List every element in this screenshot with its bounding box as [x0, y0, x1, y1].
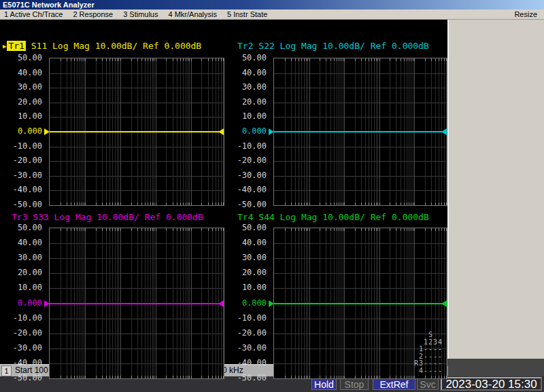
status-extref: ExtRef [373, 378, 415, 390]
y-axis-label: -40.00 [1, 357, 42, 368]
y-axis-label: 30.00 [1, 82, 42, 92]
y-axis-label: -10.00 [226, 141, 267, 152]
y-axis-label: 10.00 [1, 111, 42, 122]
trace-header-tr2[interactable]: Tr2 S22 Log Mag 10.00dB/ Ref 0.000dB [228, 41, 429, 52]
window-title: E5071C Network Analyzer [3, 1, 95, 9]
y-axis-label: 40.00 [226, 67, 267, 78]
trace-header-tr3[interactable]: Tr3 S33 Log Mag 10.00dB/ Ref 0.000dB [3, 212, 203, 223]
y-axis-label: -20.00 [226, 327, 267, 338]
ref-level-label-tr3: 0.000 [1, 298, 42, 308]
menu-resize[interactable]: Resize [514, 10, 537, 18]
y-axis-label: 30.00 [226, 252, 267, 263]
y-axis-label: -10.00 [1, 313, 42, 323]
y-axis-label: -30.00 [226, 342, 267, 353]
menu-active-ch-trace[interactable]: 1 Active Ch/Trace [4, 10, 63, 18]
y-axis-label: -40.00 [226, 357, 267, 368]
active-trace-chip: Tr1 [7, 41, 25, 51]
trace-start-marker-icon [44, 300, 50, 307]
status-hold: Hold [311, 378, 337, 390]
ref-level-label-tr2: 0.000 [226, 126, 267, 137]
y-axis-label: -30.00 [1, 342, 42, 353]
s-parameter-matrix: S 1234 1---- 2---- R3---- 4---- [414, 332, 443, 374]
y-axis-label: -10.00 [226, 313, 267, 323]
trace-stop-marker-icon [218, 128, 224, 135]
y-axis-label: -20.00 [1, 327, 42, 338]
active-trace-arrow-icon: ▶ [3, 43, 6, 50]
y-axis-label: 50.00 [226, 222, 267, 233]
y-axis-label: -30.00 [1, 170, 42, 181]
trace-stop-marker-icon [441, 128, 447, 135]
y-axis-label: -50.00 [1, 199, 42, 210]
trace-line-tr2 [274, 131, 447, 132]
y-axis-label: 30.00 [226, 82, 267, 92]
status-svc: Svc [417, 378, 439, 390]
e5071c-screen: E5071C Network Analyzer 1 Active Ch/Trac… [0, 0, 544, 392]
y-axis-label: -40.00 [1, 184, 42, 195]
y-axis-label: -30.00 [226, 170, 267, 181]
trace-line-tr3 [50, 303, 224, 304]
trace-start-marker-icon [269, 300, 274, 307]
y-axis-label: -20.00 [226, 155, 267, 166]
trace-title: S11 Log Mag 10.00dB/ Ref 0.000dB [26, 41, 201, 51]
trace-header-tr4[interactable]: Tr4 S44 Log Mag 10.00dB/ Ref 0.000dB [228, 212, 429, 223]
y-axis-label: 50.00 [1, 222, 42, 233]
instrument-display: ▶Tr1 S11 Log Mag 10.00dB/ Ref 0.000dB50.… [0, 20, 447, 364]
y-axis-label: 10.00 [226, 282, 267, 293]
trace-line-tr4 [274, 303, 447, 304]
y-axis-label: 40.00 [1, 237, 42, 248]
trace-start-marker-icon [44, 128, 50, 135]
graticule-tr4: S 1234 1---- 2---- R3---- 4---- [273, 228, 447, 379]
datetime-display: 2023-03-20 15:30 [441, 377, 542, 391]
y-axis-label: -40.00 [226, 184, 267, 195]
ref-level-label-tr4: 0.000 [226, 298, 267, 308]
trace-line-tr1 [50, 131, 224, 132]
y-axis-label: -20.00 [1, 155, 42, 166]
sidebar-bottom-strip [447, 359, 544, 376]
trace-start-marker-icon [269, 128, 274, 135]
menu-stimulus[interactable]: 3 Stimulus [123, 10, 158, 18]
y-axis-label: 10.00 [1, 282, 42, 293]
graticule-tr3 [49, 228, 224, 379]
trace-header-tr1[interactable]: ▶Tr1 S11 Log Mag 10.00dB/ Ref 0.000dB [3, 41, 201, 52]
y-axis-label: 40.00 [226, 237, 267, 248]
menu-instr-state[interactable]: 5 Instr State [227, 10, 267, 18]
y-axis-label: -50.00 [1, 372, 42, 383]
y-axis-label: -50.00 [226, 372, 267, 383]
trace-title: Tr2 S22 Log Mag 10.00dB/ Ref 0.000dB [228, 41, 429, 51]
y-axis-label: -10.00 [1, 141, 42, 152]
graticule-tr1 [49, 58, 224, 206]
y-axis-label: 30.00 [1, 252, 42, 263]
softkey-sidebar [447, 20, 544, 359]
menu-bar: 1 Active Ch/Trace 2 Response 3 Stimulus … [0, 10, 544, 20]
y-axis-label: 20.00 [1, 96, 42, 107]
ref-level-label-tr1: 0.000 [1, 126, 42, 137]
trace-title: Tr4 S44 Log Mag 10.00dB/ Ref 0.000dB [228, 212, 429, 222]
y-axis-label: 50.00 [226, 52, 267, 63]
trace-title: Tr3 S33 Log Mag 10.00dB/ Ref 0.000dB [3, 212, 203, 222]
trace-stop-marker-icon [218, 300, 224, 307]
status-stop: Stop [340, 378, 369, 390]
y-axis-label: 20.00 [1, 267, 42, 278]
y-axis-label: -50.00 [226, 199, 267, 210]
y-axis-label: 10.00 [226, 111, 267, 122]
y-axis-label: 40.00 [1, 67, 42, 78]
y-axis-label: 50.00 [1, 52, 42, 63]
menu-mkr-analysis[interactable]: 4 Mkr/Analysis [168, 10, 217, 18]
trace-stop-marker-icon [441, 300, 447, 307]
graticule-tr2 [273, 58, 447, 206]
menu-response[interactable]: 2 Response [73, 10, 113, 18]
title-bar[interactable]: E5071C Network Analyzer [0, 0, 544, 10]
y-axis-label: 20.00 [226, 96, 267, 107]
y-axis-label: 20.00 [226, 267, 267, 278]
